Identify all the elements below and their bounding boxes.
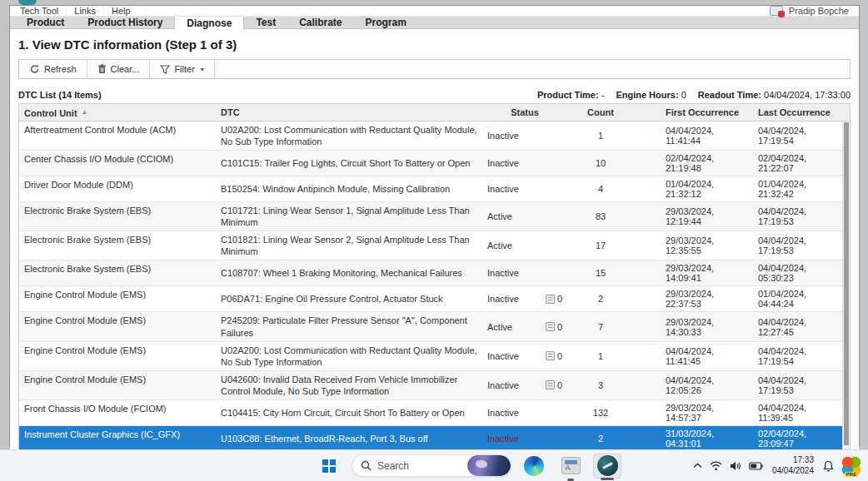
- dtc-cell: B150254: Window Antipinch Module, Missin…: [216, 176, 482, 201]
- count-cell: 3: [567, 371, 634, 399]
- running-indicator: [567, 479, 574, 481]
- user-box[interactable]: Pradip Bopche: [770, 6, 851, 16]
- last-occurrence-cell: 04/04/2024, 17:19:53: [755, 202, 841, 231]
- copilot-tray-button[interactable]: PRE: [841, 456, 861, 476]
- windows-logo-icon: [322, 459, 336, 473]
- dtc-row[interactable]: Instrument Cluster Graphics (IC_GFX) U10…: [19, 426, 850, 452]
- tech-tool-window: Tech Tool Links Help Pradip Bopche Produ…: [9, 5, 860, 447]
- tab-test[interactable]: Test: [244, 17, 287, 28]
- status-cell: Inactive: [482, 151, 567, 176]
- wifi-tray-button[interactable]: [710, 461, 722, 471]
- refresh-button[interactable]: Refresh: [19, 60, 87, 78]
- tray-clock[interactable]: 17:3304/04/2024: [772, 455, 814, 476]
- col-count[interactable]: Count: [567, 105, 634, 120]
- freeze-frame-icon: [546, 380, 555, 389]
- search-icon: [361, 460, 372, 471]
- menu-links[interactable]: Links: [67, 6, 104, 16]
- notifications-button[interactable]: [823, 460, 834, 472]
- last-occurrence-cell: 04/04/2024, 17:19:53: [755, 371, 841, 399]
- dtc-row[interactable]: Driver Door Module (DDM) B150254: Window…: [19, 176, 850, 202]
- dtc-row[interactable]: Electronic Brake System (EBS) C101821: L…: [19, 231, 850, 260]
- dtc-row[interactable]: Engine Control Module (EMS) U02A200: Los…: [19, 342, 850, 371]
- filter-button[interactable]: Filter ▾: [150, 60, 214, 78]
- volume-tray-button[interactable]: [730, 461, 741, 471]
- count-cell: 83: [567, 202, 634, 231]
- count-cell: 2: [567, 426, 634, 451]
- status-cell: Active: [482, 202, 567, 231]
- count-cell: 7: [567, 312, 634, 340]
- clear-button[interactable]: Clear...: [87, 60, 151, 78]
- dtc-cell: C101C15: Trailer Fog Lights, Circuit Sho…: [216, 151, 482, 176]
- taskbar-search[interactable]: Search: [352, 454, 511, 477]
- tab-program[interactable]: Program: [354, 17, 418, 28]
- dtc-row[interactable]: Engine Control Module (EMS) U042600: Inv…: [19, 371, 850, 400]
- control-unit-cell: Engine Control Module (EMS): [19, 371, 216, 399]
- col-dtc[interactable]: DTC: [216, 104, 482, 121]
- dtc-row[interactable]: Front Chassis I/O Module (FCIOM) C104415…: [19, 400, 850, 426]
- control-unit-cell: Instrument Cluster Graphics (IC_GFX): [19, 426, 216, 451]
- last-occurrence-cell: 02/04/2024, 23:09:47: [755, 426, 841, 451]
- count-cell: 17: [567, 231, 634, 260]
- chevron-up-icon: [693, 463, 702, 469]
- first-occurrence-cell: 29/03/2024, 14:09:41: [634, 260, 755, 285]
- col-status[interactable]: Status: [482, 105, 567, 120]
- start-button[interactable]: [315, 454, 343, 479]
- col-first-occurrence[interactable]: First Occurrence: [634, 105, 755, 120]
- dtc-row[interactable]: Electronic Brake System (EBS) C108707: W…: [19, 260, 850, 286]
- tray-time: 17:33: [793, 455, 814, 464]
- status-cell: Inactive: [482, 121, 567, 150]
- last-occurrence-cell: 04/04/2024, 12:27:45: [755, 312, 841, 340]
- count-cell: 2: [567, 286, 634, 311]
- dtc-table-body: Aftertreatment Control Module (ACM) U02A…: [19, 121, 850, 452]
- table-scrollbar[interactable]: [842, 121, 850, 452]
- dtc-cell: U103C88: Ethernet, BroadR-Reach, Port 3,…: [216, 426, 482, 451]
- freeze-frame-badge[interactable]: 0: [546, 351, 562, 361]
- tab-calibrate[interactable]: Calibrate: [287, 17, 353, 28]
- tab-product-history[interactable]: Product History: [76, 17, 174, 28]
- tab-product[interactable]: Product: [15, 17, 76, 28]
- tab-diagnose[interactable]: Diagnose: [174, 17, 244, 29]
- control-unit-cell: Center Chassis I/O Module (CCIOM): [19, 151, 216, 176]
- count-cell: 132: [567, 400, 634, 425]
- status-cell: Inactive: [482, 400, 567, 425]
- status-text: Active: [487, 211, 512, 221]
- status-cell: Inactive 0: [482, 371, 567, 399]
- menu-help[interactable]: Help: [104, 6, 138, 16]
- last-occurrence-cell: 02/04/2024, 21:22:07: [755, 151, 841, 176]
- dtc-row[interactable]: Electronic Brake System (EBS) C101721: L…: [19, 202, 850, 231]
- last-occurrence-cell: 04/04/2024, 11:39:45: [755, 400, 841, 425]
- first-occurrence-cell: 29/03/2024, 12:35:55: [634, 231, 755, 260]
- battery-tray-button[interactable]: [749, 462, 763, 470]
- status-cell: Inactive: [482, 176, 567, 201]
- tray-expand-button[interactable]: [693, 463, 702, 469]
- dtc-cell: C101821: Lining Wear Sensor 2, Signal Am…: [216, 231, 482, 260]
- freeze-frame-badge[interactable]: 0: [546, 294, 562, 304]
- col-control-unit[interactable]: Control Unit▲: [19, 105, 216, 121]
- dtc-row[interactable]: Center Chassis I/O Module (CCIOM) C101C1…: [19, 151, 850, 176]
- last-occurrence-cell: 04/04/2024, 05:30:23: [755, 260, 841, 285]
- count-cell: 1: [567, 342, 634, 370]
- techtool-taskbar-button[interactable]: [593, 454, 621, 479]
- edge-taskbar-button[interactable]: [520, 454, 548, 479]
- dtc-table: Control Unit▲ DTC Status Count First Occ…: [18, 103, 851, 452]
- last-occurrence-cell: 04/04/2024, 17:19:54: [755, 121, 841, 150]
- copilot-pre-badge: PRE: [845, 472, 858, 477]
- active-running-indicator: [601, 478, 614, 480]
- dtc-row[interactable]: Engine Control Module (EMS) P245209: Par…: [19, 312, 850, 341]
- dtc-row[interactable]: Aftertreatment Control Module (ACM) U02A…: [19, 121, 850, 151]
- freeze-frame-badge[interactable]: 0: [546, 322, 562, 332]
- user-card-icon: [770, 6, 783, 16]
- status-text: Inactive: [487, 351, 519, 361]
- tray-date: 04/04/2024: [772, 466, 814, 475]
- menu-tech-tool[interactable]: Tech Tool: [18, 6, 67, 16]
- scrollbar-thumb[interactable]: [844, 122, 849, 445]
- freeze-frame-badge[interactable]: 0: [546, 380, 562, 390]
- speaker-icon: [730, 461, 741, 471]
- installer-taskbar-button[interactable]: [556, 454, 585, 479]
- dtc-row[interactable]: Engine Control Module (EMS) P06DA71: Eng…: [19, 286, 850, 312]
- weather-widget[interactable]: [467, 455, 511, 476]
- control-unit-cell: Engine Control Module (EMS): [19, 286, 216, 311]
- battery-icon: [749, 462, 763, 470]
- first-occurrence-cell: 31/03/2024, 04:31:01: [634, 426, 755, 451]
- col-last-occurrence[interactable]: Last Occurrence: [755, 105, 841, 120]
